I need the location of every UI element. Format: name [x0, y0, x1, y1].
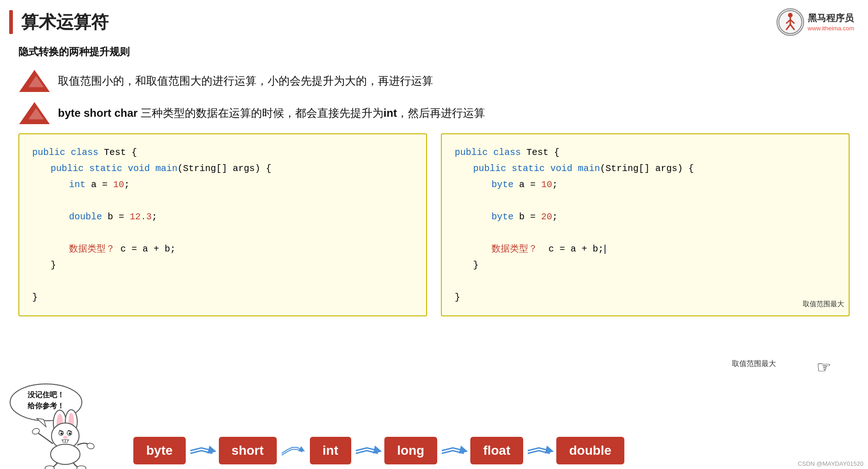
- logo-icon: [778, 10, 803, 34]
- type-badge-long: long: [384, 437, 437, 464]
- type-badge-byte: byte: [133, 437, 186, 464]
- type-badge-double: double: [556, 437, 624, 464]
- svg-line-4: [790, 24, 794, 30]
- chain-arrow-4: [440, 444, 468, 457]
- svg-point-32: [45, 466, 54, 469]
- svg-point-29: [51, 444, 80, 464]
- svg-line-3: [786, 24, 790, 30]
- logo-main-text: 黑马程序员: [808, 11, 854, 24]
- svg-rect-27: [63, 440, 65, 442]
- svg-text:给你参考！: 给你参考！: [27, 401, 64, 410]
- rule-text-2: byte short char 三种类型的数据在运算的时候，都会直接先提升为in…: [58, 106, 485, 120]
- rule-text-1: 取值范围小的，和取值范围大的进行运算，小的会先提升为大的，再进行运算: [58, 74, 433, 88]
- watermark: CSDN @MAYDAY01520: [798, 460, 863, 467]
- svg-point-1: [788, 13, 793, 17]
- logo-area: 黑马程序员 www.itheima.com: [777, 8, 854, 36]
- red-bar-decoration: [9, 10, 13, 34]
- chain-arrow-3: [354, 444, 382, 457]
- type-badge-int: int: [310, 437, 351, 464]
- page-title: 算术运算符: [21, 11, 108, 34]
- bunny-area: 没记住吧！ 给你参考！: [0, 377, 129, 469]
- svg-point-26: [63, 436, 68, 439]
- svg-rect-28: [65, 440, 68, 442]
- bottom-area: 没记住吧！ 给你参考！: [0, 377, 868, 469]
- logo-text: 黑马程序员 www.itheima.com: [808, 11, 854, 33]
- svg-point-22: [61, 433, 63, 435]
- svg-point-33: [77, 466, 86, 469]
- logo-sub-text: www.itheima.com: [808, 24, 854, 33]
- chain-arrow-2: [280, 444, 307, 457]
- triangle-icon-1: [18, 67, 51, 95]
- rule-item-2: byte short char 三种类型的数据在运算的时候，都会直接先提升为in…: [18, 99, 850, 127]
- code-panels: public class Test { public static void m…: [18, 133, 850, 316]
- header: 算术运算符 黑马程序员 www.itheima.com: [0, 0, 868, 40]
- type-badge-float: float: [470, 437, 523, 464]
- bunny-svg: 没记住吧！ 给你参考！: [0, 377, 129, 469]
- chain-arrow-1: [188, 444, 216, 457]
- type-badge-short: short: [219, 437, 277, 464]
- triangle-icon-2: [18, 99, 51, 127]
- rules-list: 取值范围小的，和取值范围大的进行运算，小的会先提升为大的，再进行运算 byte …: [18, 67, 850, 127]
- type-chain: byte short: [133, 437, 859, 464]
- section-subtitle: 隐式转换的两种提升规则: [18, 45, 850, 59]
- svg-point-23: [69, 433, 71, 435]
- bottom-label: 取值范围最大: [732, 359, 776, 369]
- bottom-right-label: 取值范围最大: [803, 299, 844, 311]
- code-box-left: public class Test { public static void m…: [18, 133, 427, 316]
- logo-circle: [777, 8, 804, 36]
- hand-pointing-icon: ☞: [817, 358, 831, 377]
- svg-text:没记住吧！: 没记住吧！: [28, 391, 64, 399]
- chain-arrow-5: [526, 444, 554, 457]
- main-section: 隐式转换的两种提升规则 取值范围小的，和取值范围大的进行运算，小的会先提升为大的…: [0, 40, 868, 316]
- rule-item-1: 取值范围小的，和取值范围大的进行运算，小的会先提升为大的，再进行运算: [18, 67, 850, 95]
- code-box-right: public class Test { public static void m…: [441, 133, 850, 316]
